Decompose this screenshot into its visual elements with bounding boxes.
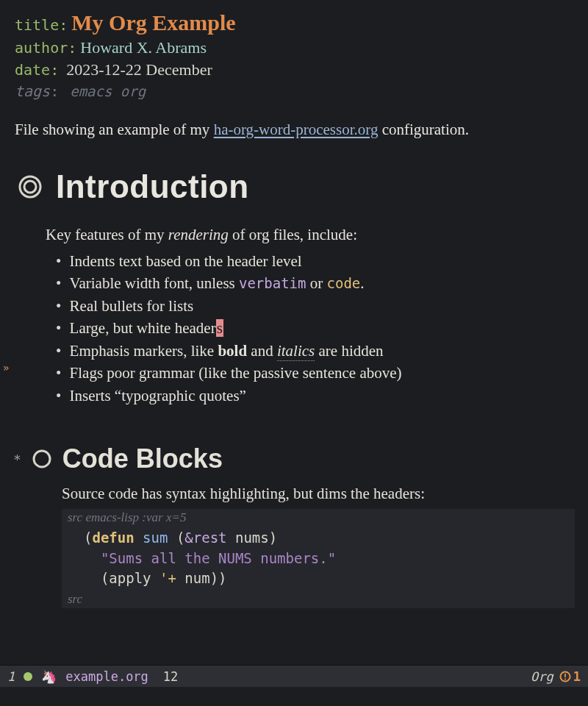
buffer-status-icon: [24, 672, 32, 681]
doc-tags: emacs org: [70, 83, 146, 99]
code-blocks-body: Source code has syntax highlighting, but…: [62, 485, 575, 608]
meta-author-line: author: Howard X. Abrams: [15, 38, 575, 57]
heading-text: Introduction: [56, 168, 249, 205]
list-item: Flags poor grammar (like the passive sen…: [56, 362, 575, 384]
list-item: Variable width font, unless verbatim or …: [56, 272, 575, 294]
unicorn-icon: 🦄: [41, 669, 57, 684]
flycheck-warning[interactable]: 1: [559, 669, 581, 684]
minibuffer[interactable]: [0, 687, 588, 706]
doc-title: My Org Example: [71, 10, 235, 35]
svg-point-0: [20, 176, 40, 197]
src-begin-line: src emacs-lisp :var x=5: [68, 510, 569, 525]
window-number: 1: [7, 669, 15, 684]
heading-text: Code Blocks: [62, 443, 223, 474]
heading-bullet-icon: [32, 449, 52, 469]
warning-count: 1: [573, 669, 581, 684]
meta-date-line: date: 2023-12-22 December: [15, 60, 575, 79]
meta-tags-line: tags: emacs org: [15, 82, 575, 100]
doc-date: 2023-12-22 December: [66, 60, 212, 79]
line-number: 12: [163, 669, 178, 684]
meta-key-date: date: [15, 61, 50, 79]
config-link[interactable]: ha-org-word-processor.org: [214, 121, 379, 138]
meta-title-line: title: My Org Example: [15, 10, 575, 35]
heading-bullet-icon: [18, 174, 43, 199]
modeline[interactable]: 1 🦄 example.org 12 Org 1: [0, 665, 588, 687]
list-item: Indents text based on the header level: [56, 250, 575, 272]
meta-key-author: author: [15, 39, 68, 57]
code-para: Source code has syntax highlighting, but…: [62, 485, 575, 503]
code-content: (defun sum (&rest nums) "Sums all the NU…: [68, 525, 569, 592]
svg-point-1: [24, 181, 36, 193]
intro-lede: Key features of my rendering of org file…: [46, 226, 575, 244]
list-item: Real bullets for lists: [56, 295, 575, 317]
buffer-filename[interactable]: example.org: [65, 669, 148, 684]
src-end-line: src: [68, 592, 569, 607]
svg-rect-5: [564, 678, 566, 680]
fringe-indicator-icon: »: [3, 362, 9, 374]
svg-rect-4: [564, 674, 566, 677]
list-item: Inserts “typographic quotes”: [56, 385, 575, 407]
list-item: Large, but white headers: [56, 317, 575, 339]
heading-code-blocks[interactable]: * Code Blocks: [15, 443, 575, 474]
source-block[interactable]: src emacs-lisp :var x=5 (defun sum (&res…: [62, 509, 575, 608]
star-icon: *: [13, 452, 21, 467]
meta-key-tags: tags: [15, 82, 50, 100]
intro-paragraph: File showing an example of my ha-org-wor…: [15, 121, 575, 139]
svg-point-2: [34, 451, 50, 467]
editor-buffer[interactable]: title: My Org Example author: Howard X. …: [0, 0, 588, 608]
major-mode[interactable]: Org: [531, 669, 553, 684]
introduction-body: Key features of my rendering of org file…: [46, 226, 575, 407]
meta-key-title: title: [15, 16, 59, 34]
doc-author: Howard X. Abrams: [80, 38, 207, 57]
heading-introduction[interactable]: Introduction: [15, 168, 575, 205]
feature-list: Indents text based on the header level V…: [56, 250, 575, 407]
text-cursor: s: [216, 319, 223, 337]
list-item: Emphasis markers, like bold and italics …: [56, 340, 575, 362]
